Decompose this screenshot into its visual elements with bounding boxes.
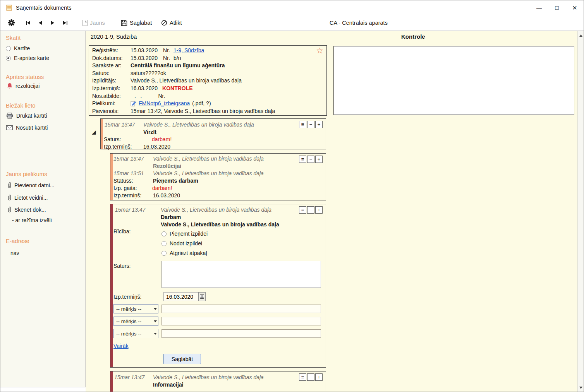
deadline-date: 16.03.2020 xyxy=(131,85,158,92)
document-summary-card: Reģistrēts: 15.03.2020 Nr. 1-9, Sūdzība … xyxy=(89,45,327,116)
expand-marker-icon[interactable]: ◢ xyxy=(92,129,96,135)
sidebar-item-pievienot-datni[interactable]: Pievienot datni... xyxy=(7,182,55,188)
card-expand-button[interactable]: + xyxy=(315,121,323,128)
maximize-button[interactable]: □ xyxy=(548,0,566,15)
vairak-link[interactable]: Vairāk xyxy=(113,343,129,349)
executor-value: Vaivode S., Lietvedības un biroja vadība… xyxy=(131,77,242,85)
merkis-select-2[interactable]: -- mērķis -- xyxy=(113,317,158,326)
nr-label: Nr. xyxy=(163,55,170,62)
settings-gear-button[interactable] xyxy=(7,19,15,28)
toolbar: Jauns Saglabāt Atlikt CA - Centrālais ap… xyxy=(0,15,584,31)
document-number-link[interactable]: 1-9, Sūdzība xyxy=(173,47,204,55)
printer-icon xyxy=(6,113,13,119)
scroll-down-button[interactable] xyxy=(578,384,584,391)
merkis-input-3[interactable] xyxy=(161,329,321,338)
radio-atgriezt-atpakal[interactable]: Atgriezt atpakaļ xyxy=(161,250,207,256)
close-button[interactable]: × xyxy=(566,0,584,15)
cancel-button[interactable]: Atlikt xyxy=(161,19,182,27)
bell-icon xyxy=(7,83,12,89)
card-accent-bar xyxy=(101,119,103,149)
sidebar-item-skenet-dok[interactable]: Skenēt dok... xyxy=(7,206,46,213)
sidebar-item-nosutit-kartiti[interactable]: Nosūtīt kartīti xyxy=(6,125,48,131)
new-document-button[interactable]: Jauns xyxy=(82,19,105,27)
field-label: Pievienots: xyxy=(92,108,131,115)
card-collapse-button[interactable]: − xyxy=(307,156,314,163)
merkis-input-1[interactable] xyxy=(161,305,321,313)
org-context-label: CA - Centrālais aparāts xyxy=(330,20,388,26)
first-record-icon xyxy=(26,21,27,25)
radio-icon[interactable] xyxy=(161,231,167,236)
chevron-down-icon[interactable] xyxy=(152,305,158,313)
sidebar-item-drukat-kartiti[interactable]: Drukāt kartīti xyxy=(6,113,47,119)
envelope-icon xyxy=(6,125,13,130)
nav-last-button[interactable] xyxy=(59,20,71,26)
card-collapse-button[interactable]: − xyxy=(307,373,314,381)
saturs-textarea[interactable] xyxy=(161,261,321,288)
card-title: Virzīt xyxy=(143,129,156,135)
paperclip-icon xyxy=(7,194,11,201)
radio-label: E-aprites karte xyxy=(14,55,49,61)
radio-icon[interactable] xyxy=(161,251,167,256)
nav-prev-button[interactable] xyxy=(34,20,46,26)
card-collapse-button[interactable]: − xyxy=(307,121,314,128)
sidebar-item-rezolucijai[interactable]: rezolūcijai xyxy=(7,83,40,89)
select-value: -- mērķis -- xyxy=(114,331,152,337)
merkis-input-2[interactable] xyxy=(161,317,321,325)
nav-first-button[interactable] xyxy=(22,20,34,26)
card-timestamp: 15mar 13:51 xyxy=(113,170,144,176)
card-expand-button[interactable]: + xyxy=(315,373,323,381)
select-value: -- mērķis -- xyxy=(114,306,152,312)
calendar-button[interactable] xyxy=(198,292,206,301)
card-accent-bar xyxy=(110,371,113,392)
favorite-star-icon[interactable]: ☆ xyxy=(316,46,323,56)
app-icon xyxy=(6,5,12,11)
deadline-input[interactable] xyxy=(163,292,198,301)
merkis-select-3[interactable]: -- mērķis -- xyxy=(113,329,158,338)
card-expand-button[interactable]: + xyxy=(315,206,323,214)
saturs-value: darbam! xyxy=(152,136,172,142)
field-label: Rīcība: xyxy=(113,228,131,235)
vertical-scrollbar[interactable] xyxy=(577,31,584,392)
field-label: Izp. gaita: xyxy=(113,185,137,191)
radio-icon-selected[interactable] xyxy=(6,56,11,61)
document-reference: 2020-1-9, Sūdzība xyxy=(91,34,137,40)
radio-e-aprites-karte[interactable]: E-aprites karte xyxy=(6,55,49,61)
radio-pienemt-izpildei[interactable]: Pieņemt izpildei xyxy=(161,231,208,237)
deadline-value: 16.03.2020 xyxy=(153,192,180,199)
chevron-down-icon[interactable] xyxy=(152,329,158,338)
window-title: Saņemtais dokuments xyxy=(16,5,71,11)
card-expand-button[interactable]: + xyxy=(315,156,323,163)
kontrole-panel xyxy=(333,46,574,115)
workflow-card-informacijai: 15mar 13:47 Vaivode S., Lietvedības un b… xyxy=(110,371,326,392)
scroll-up-button[interactable] xyxy=(578,32,584,39)
merkis-select-1[interactable]: -- mērķis -- xyxy=(113,304,158,313)
radio-nodot-izpildei[interactable]: Nodot izpildei xyxy=(161,240,202,246)
field-label: Izpildītājs: xyxy=(92,77,131,85)
card-accent-bar xyxy=(110,204,113,367)
attachment-link[interactable]: FMNotp6_izbeigsana xyxy=(139,100,190,108)
sidebar-item-ar-rezima-izveli[interactable]: - ar režīma izvēli xyxy=(12,217,52,223)
card-collapse-button[interactable]: − xyxy=(307,206,314,214)
field-label: Nos.atbilde: xyxy=(92,92,131,100)
radio-icon[interactable] xyxy=(6,46,11,51)
card-author: Vaivode S., Lietvedības un biroja vadība… xyxy=(153,170,264,176)
edit-attachment-icon[interactable] xyxy=(131,101,137,106)
attachment-suffix: (.pdf, ?) xyxy=(192,100,211,108)
card-save-button[interactable]: Saglabāt xyxy=(163,354,201,364)
card-menu-button[interactable]: ≡ xyxy=(299,206,306,214)
radio-kartite[interactable]: Kartīte xyxy=(6,45,30,51)
card-accent-bar xyxy=(110,154,113,200)
card-menu-button[interactable]: ≡ xyxy=(299,373,306,381)
nav-next-button[interactable] xyxy=(46,20,59,26)
chevron-down-icon[interactable] xyxy=(152,317,158,325)
sidebar-item-lietot-veidni[interactable]: Lietot veidni... xyxy=(7,194,48,201)
save-button[interactable]: Saglabāt xyxy=(121,19,152,27)
radio-icon[interactable] xyxy=(161,241,167,246)
save-icon xyxy=(121,20,127,26)
section-header-aprites-statuss: Aprites statuss xyxy=(6,74,44,80)
minimize-button[interactable]: — xyxy=(530,0,548,15)
sidebar-item-label: rezolūcijai xyxy=(15,83,40,89)
card-menu-button[interactable]: ≡ xyxy=(299,156,306,163)
card-menu-button[interactable]: ≡ xyxy=(299,121,306,128)
calendar-grid-icon xyxy=(200,294,204,299)
